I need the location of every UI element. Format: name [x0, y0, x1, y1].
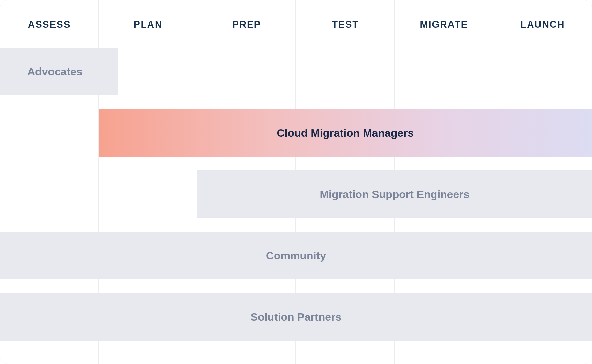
- bar-cloud-migration-managers: Cloud Migration Managers: [99, 109, 592, 157]
- bar-solution-partners: Solution Partners: [0, 293, 592, 341]
- bar-community: Community: [0, 232, 592, 279]
- migration-phases-diagram: ASSESS PLAN PREP TEST MIGRATE LAUNCH Adv…: [0, 0, 592, 364]
- bar-migration-support-engineers-label: Migration Support Engineers: [320, 188, 469, 201]
- bar-solution-partners-label: Solution Partners: [251, 311, 342, 323]
- bar-cloud-migration-managers-label: Cloud Migration Managers: [277, 127, 414, 139]
- bars-layer: Advocates Cloud Migration Managers Migra…: [0, 0, 592, 364]
- bar-migration-support-engineers: Migration Support Engineers: [197, 170, 592, 218]
- bar-advocates: Advocates: [0, 48, 118, 95]
- bar-advocates-label: Advocates: [27, 65, 83, 78]
- bar-community-label: Community: [266, 249, 326, 262]
